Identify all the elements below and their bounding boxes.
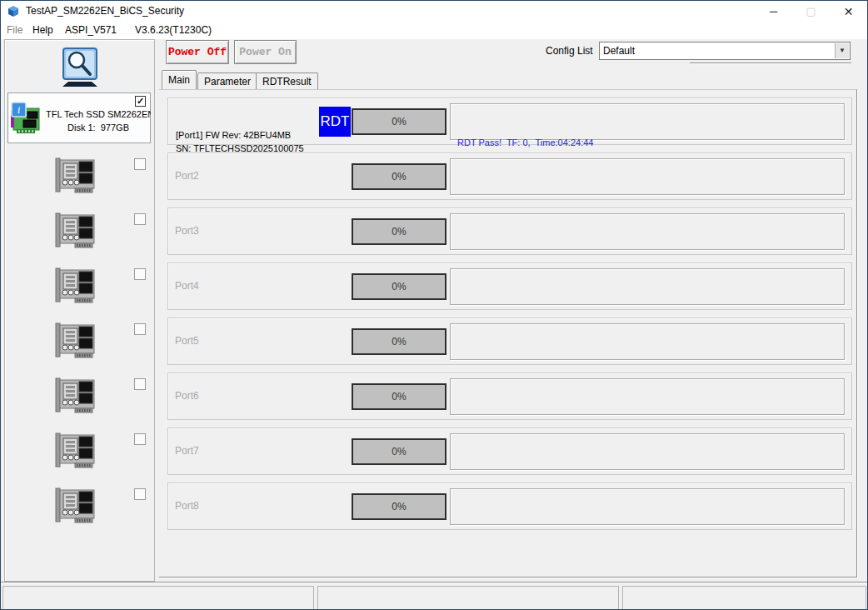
progress-bar: 0%	[352, 273, 446, 300]
port-label: Port2	[175, 153, 199, 199]
device-checkbox-checked[interactable]: ✓	[135, 96, 146, 107]
device-checkbox-unchecked[interactable]	[134, 488, 146, 500]
pcie-card-icon	[53, 212, 102, 250]
pcie-card-icon	[53, 377, 102, 415]
svg-text:i: i	[17, 103, 21, 116]
port-row: Port6 0%	[167, 372, 852, 420]
power-off-button[interactable]: Power Off	[166, 40, 229, 64]
progress-value: 0%	[353, 391, 445, 402]
status-panel	[2, 586, 314, 610]
status-panel	[622, 586, 866, 610]
port-label: Port7	[175, 428, 199, 474]
result-panel	[450, 433, 845, 470]
port-row: Port2 0%	[167, 152, 852, 200]
device-entry[interactable]: i ✓ TFL Tech SSD SM2262EN E Disk 1: 977G…	[7, 92, 151, 143]
device-sidebar: i ✓ TFL Tech SSD SM2262EN E Disk 1: 977G…	[4, 39, 155, 582]
result-text	[451, 489, 844, 552]
device-slot	[5, 432, 156, 473]
port-label: Port3	[175, 208, 199, 254]
port-label: Port4	[175, 263, 199, 309]
main-tab-page: [Port1] FW Rev: 42BFU4MBSN: TFLTECHSSD20…	[159, 89, 857, 578]
pcie-card-icon	[53, 432, 102, 470]
search-scan-icon[interactable]	[58, 47, 102, 88]
result-panel: RDT Pass! TF: 0, Time:04:24:44RF:0, PF:0…	[450, 103, 845, 140]
pcie-card-icon	[53, 157, 102, 195]
menu-file[interactable]: File	[7, 24, 22, 36]
port-label: Port6	[175, 373, 199, 419]
device-slot	[5, 377, 156, 418]
device-name: TFL Tech SSD SM2262EN E	[46, 109, 151, 119]
progress-value: 0%	[353, 501, 445, 512]
progress-bar: 0%	[352, 438, 446, 465]
device-checkbox-unchecked[interactable]	[134, 213, 146, 225]
chevron-down-icon[interactable]: ▼	[835, 43, 849, 58]
menu-aspi[interactable]: ASPI_V571	[65, 24, 117, 36]
progress-value: 0%	[353, 281, 445, 292]
progress-value: 0%	[353, 171, 445, 182]
port-row: Port3 0%	[167, 208, 852, 255]
tab-rdtresult[interactable]: RDTResult	[256, 72, 318, 89]
result-panel	[450, 323, 845, 360]
device-capacity: Disk 1: 977GB	[46, 122, 151, 132]
status-panel	[317, 586, 619, 610]
device-slot	[5, 487, 156, 528]
title-bar[interactable]: TestAP_SM2262EN_BiCS_Security ─ ▢ ✕	[1, 1, 867, 22]
progress-bar: 0%	[352, 163, 446, 190]
port-row: Port5 0%	[167, 318, 852, 365]
port-row: Port7 0%	[167, 428, 852, 475]
rdt-badge: RDT	[319, 107, 351, 137]
port-label: Port5	[175, 318, 199, 364]
pcie-card-icon	[53, 487, 102, 525]
device-slot	[5, 212, 156, 253]
device-slot	[5, 157, 156, 198]
config-list-dropdown[interactable]: Default ▼	[599, 42, 851, 60]
device-checkbox-unchecked[interactable]	[134, 268, 146, 280]
device-checkbox-unchecked[interactable]	[134, 158, 146, 170]
port-label: Port8	[175, 483, 199, 529]
pcie-card-icon	[53, 267, 102, 305]
menu-version[interactable]: V3.6.23(T1230C)	[135, 24, 212, 36]
window-title: TestAP_SM2262EN_BiCS_Security	[26, 5, 184, 17]
minimize-button[interactable]: ─	[755, 1, 792, 22]
config-list-value: Default	[603, 45, 635, 57]
progress-bar: 0%	[352, 108, 446, 135]
config-list-label: Config List	[546, 45, 593, 57]
device-checkbox-unchecked[interactable]	[134, 323, 146, 335]
device-slot	[5, 267, 156, 308]
device-checkbox-unchecked[interactable]	[134, 378, 146, 390]
tab-main[interactable]: Main	[162, 70, 197, 89]
menu-help[interactable]: Help	[32, 24, 53, 36]
result-panel	[450, 158, 845, 195]
result-panel	[450, 213, 845, 250]
progress-bar: 0%	[352, 218, 446, 245]
progress-value: 0%	[353, 336, 445, 348]
maximize-button[interactable]: ▢	[792, 1, 830, 22]
tab-parameter[interactable]: Parameter	[197, 72, 257, 89]
menu-bar: File Help ASPI_V571 V3.6.23(T1230C)	[1, 22, 867, 39]
result-panel	[450, 268, 845, 305]
device-checkbox-unchecked[interactable]	[134, 433, 146, 445]
port-row: Port8 0%	[167, 482, 852, 530]
progress-value: 0%	[353, 446, 445, 458]
progress-bar: 0%	[352, 328, 446, 355]
result-panel	[450, 378, 845, 415]
separator-line	[690, 62, 851, 64]
device-slot	[5, 322, 156, 363]
close-button[interactable]: ✕	[830, 1, 867, 22]
pcie-card-icon	[53, 322, 102, 360]
progress-bar: 0%	[352, 383, 446, 410]
app-window: TestAP_SM2262EN_BiCS_Security ─ ▢ ✕ File…	[0, 0, 868, 610]
port-row: Port4 0%	[167, 262, 852, 310]
progress-value: 0%	[353, 116, 445, 128]
progress-bar: 0%	[352, 493, 446, 520]
app-icon	[7, 5, 20, 18]
progress-value: 0%	[353, 226, 445, 238]
result-panel	[450, 488, 845, 525]
power-on-button[interactable]: Power On	[234, 40, 297, 64]
device-card-icon: i	[10, 100, 45, 137]
status-bar	[1, 582, 867, 610]
port-row: [Port1] FW Rev: 42BFU4MBSN: TFLTECHSSD20…	[167, 98, 852, 145]
